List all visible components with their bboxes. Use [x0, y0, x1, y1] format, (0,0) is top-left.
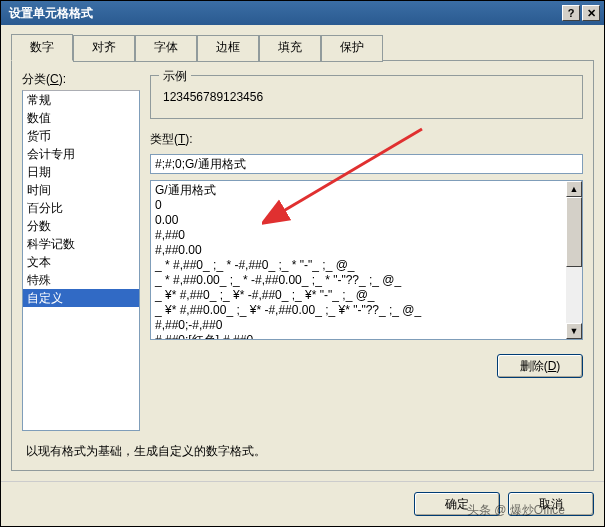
- list-item[interactable]: 货币: [23, 127, 139, 145]
- scroll-up-icon[interactable]: ▲: [566, 181, 582, 197]
- list-item[interactable]: 文本: [23, 253, 139, 271]
- list-item[interactable]: 日期: [23, 163, 139, 181]
- list-item[interactable]: 科学记数: [23, 235, 139, 253]
- list-item[interactable]: 特殊: [23, 271, 139, 289]
- dialog-title: 设置单元格格式: [9, 5, 560, 22]
- format-listbox[interactable]: G/通用格式 0 0.00 #,##0 #,##0.00 _ * #,##0_ …: [150, 180, 583, 340]
- list-item[interactable]: 常规: [23, 91, 139, 109]
- tabs: 数字对齐字体边框填充保护: [11, 33, 594, 60]
- sample-fieldset: 示例 123456789123456: [150, 75, 583, 119]
- help-button[interactable]: ?: [562, 5, 580, 21]
- type-label-prefix: 类型(: [150, 132, 178, 146]
- category-listbox[interactable]: 常规数值货币会计专用日期时间百分比分数科学记数文本特殊自定义: [22, 90, 140, 431]
- description-text: 以现有格式为基础，生成自定义的数字格式。: [26, 443, 583, 460]
- sample-value: 123456789123456: [163, 86, 572, 108]
- category-label-prefix: 分类(: [22, 72, 50, 86]
- tab-align[interactable]: 对齐: [73, 35, 135, 62]
- category-label-key: C: [50, 72, 59, 86]
- tab-border[interactable]: 边框: [197, 35, 259, 62]
- category-label: 分类(C):: [22, 71, 140, 88]
- type-input[interactable]: [150, 154, 583, 174]
- sample-legend: 示例: [159, 68, 191, 85]
- list-item[interactable]: 分数: [23, 217, 139, 235]
- watermark-text: 头条 @ 爆炒Office: [467, 502, 565, 519]
- type-label-suffix: ):: [185, 132, 192, 146]
- tab-protect[interactable]: 保护: [321, 35, 383, 62]
- tab-font[interactable]: 字体: [135, 35, 197, 62]
- tab-panel-number: 分类(C): 常规数值货币会计专用日期时间百分比分数科学记数文本特殊自定义 示例…: [11, 60, 594, 471]
- list-item[interactable]: 数值: [23, 109, 139, 127]
- scroll-down-icon[interactable]: ▼: [566, 323, 582, 339]
- tab-fill[interactable]: 填充: [259, 35, 321, 62]
- type-label: 类型(T):: [150, 131, 583, 148]
- tab-number[interactable]: 数字: [11, 34, 73, 61]
- list-item[interactable]: 百分比: [23, 199, 139, 217]
- category-label-suffix: ):: [59, 72, 66, 86]
- close-button[interactable]: ✕: [582, 5, 600, 21]
- list-item[interactable]: 自定义: [23, 289, 139, 307]
- scrollbar[interactable]: ▲ ▼: [566, 181, 582, 339]
- scroll-thumb[interactable]: [566, 197, 582, 267]
- titlebar: 设置单元格格式 ? ✕: [1, 1, 604, 25]
- list-item[interactable]: 时间: [23, 181, 139, 199]
- delete-button[interactable]: 删除(D): [497, 354, 583, 378]
- list-item[interactable]: 会计专用: [23, 145, 139, 163]
- format-cells-dialog: 设置单元格格式 ? ✕ 数字对齐字体边框填充保护 分类(C): 常规数值货币会计…: [0, 0, 605, 527]
